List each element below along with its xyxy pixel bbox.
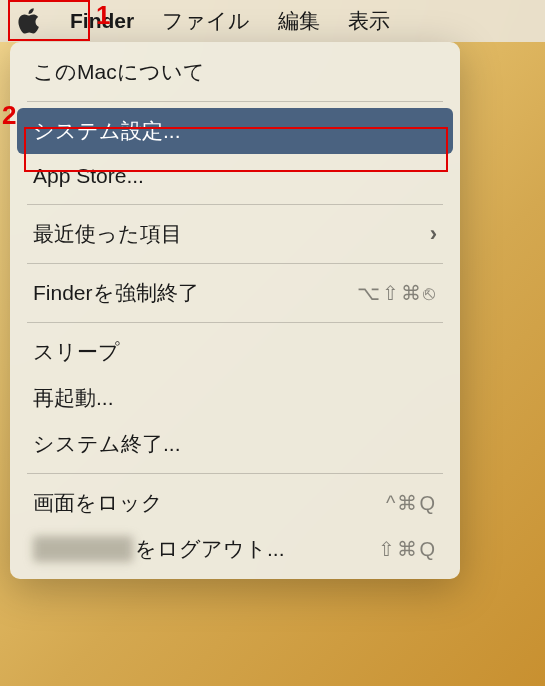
menu-separator [27, 204, 443, 205]
menu-force-quit[interactable]: Finderを強制終了 ⌥⇧⌘⎋ [17, 270, 453, 316]
menu-separator [27, 263, 443, 264]
menubar-view[interactable]: 表示 [348, 7, 390, 35]
menu-shortcut: ^⌘Q [386, 491, 437, 515]
menu-shortcut: ⇧⌘Q [378, 537, 437, 561]
menubar-edit[interactable]: 編集 [278, 7, 320, 35]
menu-separator [27, 101, 443, 102]
menu-label: Finderを強制終了 [33, 279, 199, 307]
menu-shortcut: ⌥⇧⌘⎋ [357, 281, 437, 305]
menu-separator [27, 473, 443, 474]
menu-label: 画面をロック [33, 489, 163, 517]
menu-label: システム終了... [33, 430, 181, 458]
menu-separator [27, 322, 443, 323]
menu-about-mac[interactable]: このMacについて [17, 49, 453, 95]
menu-sleep[interactable]: スリープ [17, 329, 453, 375]
chevron-right-icon: › [430, 221, 437, 247]
menu-system-settings[interactable]: システム設定... [17, 108, 453, 154]
menu-shutdown[interactable]: システム終了... [17, 421, 453, 467]
apple-menu-icon[interactable] [14, 7, 42, 35]
menu-label: スリープ [33, 338, 120, 366]
menu-label: 最近使った項目 [33, 220, 182, 248]
menu-restart[interactable]: 再起動... [17, 375, 453, 421]
menubar-file[interactable]: ファイル [162, 7, 250, 35]
menubar: Finder ファイル 編集 表示 [0, 0, 545, 42]
redacted-username [33, 536, 133, 562]
menu-app-store[interactable]: App Store... [17, 154, 453, 198]
menu-label: App Store... [33, 164, 144, 188]
menu-label: このMacについて [33, 58, 205, 86]
apple-menu-dropdown: このMacについて システム設定... App Store... 最近使った項目… [10, 42, 460, 579]
menu-recent-items[interactable]: 最近使った項目 › [17, 211, 453, 257]
menu-logout[interactable]: をログアウト... ⇧⌘Q [17, 526, 453, 572]
menu-lock-screen[interactable]: 画面をロック ^⌘Q [17, 480, 453, 526]
menu-label: 再起動... [33, 384, 114, 412]
menubar-app-name[interactable]: Finder [70, 9, 134, 33]
menu-label: システム設定... [33, 117, 181, 145]
menu-label: をログアウト... [33, 535, 285, 563]
